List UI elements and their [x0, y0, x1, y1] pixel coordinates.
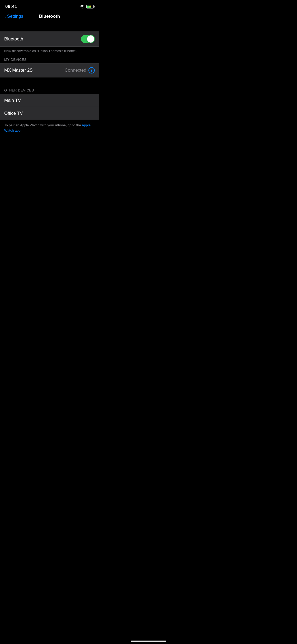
footer-text-after: . — [21, 128, 22, 132]
charging-bolt-icon: ⚡ — [89, 5, 92, 8]
device-row-main-tv[interactable]: Main TV — [0, 94, 99, 107]
bluetooth-toggle-label: Bluetooth — [4, 36, 23, 42]
battery-wrapper: ⚡ — [86, 5, 94, 8]
device-connected-label: Connected — [65, 68, 86, 73]
device-row-office-tv[interactable]: Office TV — [0, 107, 99, 120]
footer-note: To pair an Apple Watch with your iPhone,… — [0, 120, 99, 137]
my-devices-header: MY DEVICES — [0, 56, 99, 63]
battery-icon: ⚡ — [86, 5, 94, 8]
status-icons: ⚡ — [80, 5, 94, 8]
device-name-main-tv: Main TV — [4, 98, 21, 103]
device-status-mx-master: Connected i — [65, 67, 95, 73]
nav-bar: ‹ Settings Bluetooth — [0, 12, 99, 22]
page-title: Bluetooth — [39, 14, 60, 19]
device-info-button-mx-master[interactable]: i — [88, 67, 95, 73]
toggle-knob — [87, 35, 94, 43]
back-label: Settings — [7, 14, 23, 19]
mid-spacer — [0, 77, 99, 87]
back-chevron-icon: ‹ — [4, 14, 6, 19]
top-spacer — [0, 22, 99, 31]
status-time: 09:41 — [5, 4, 17, 9]
status-bar: 09:41 ⚡ — [0, 0, 99, 12]
footer-text: To pair an Apple Watch with your iPhone,… — [4, 123, 82, 127]
bluetooth-toggle[interactable] — [81, 35, 95, 43]
bluetooth-toggle-section: Bluetooth — [0, 31, 99, 47]
device-name-office-tv: Office TV — [4, 111, 23, 116]
discoverable-text: Now discoverable as "Dallas Thomas's iPh… — [0, 47, 99, 56]
wifi-icon — [80, 5, 84, 8]
device-name-mx-master: MX Master 2S — [4, 68, 33, 73]
my-devices-list: MX Master 2S Connected i — [0, 63, 99, 77]
other-devices-header: OTHER DEVICES — [0, 87, 99, 94]
other-devices-list: Main TV Office TV — [0, 94, 99, 120]
bluetooth-toggle-row: Bluetooth — [0, 32, 99, 47]
info-icon: i — [91, 68, 92, 72]
device-row-mx-master[interactable]: MX Master 2S Connected i — [0, 63, 99, 77]
back-button[interactable]: ‹ Settings — [4, 14, 23, 19]
